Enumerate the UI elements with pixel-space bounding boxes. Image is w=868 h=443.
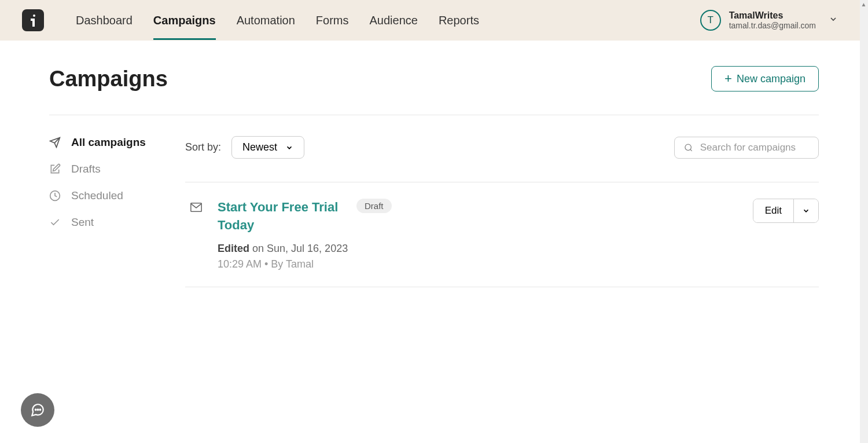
sidebar-item-scheduled[interactable]: Scheduled — [49, 189, 185, 202]
sort-select[interactable]: Newest — [231, 136, 304, 159]
page-title: Campaigns — [49, 67, 168, 91]
topbar: Dashboard Campaigns Automation Forms Aud… — [0, 0, 868, 41]
sidebar: All campaigns Drafts Scheduled Sent — [49, 136, 185, 287]
avatar: T — [700, 10, 721, 31]
controls-row: Sort by: Newest — [185, 136, 819, 159]
svg-point-0 — [33, 14, 35, 17]
status-badge: Draft — [356, 199, 392, 213]
chevron-down-icon — [285, 144, 293, 152]
send-icon — [49, 137, 61, 148]
plus-icon: + — [724, 72, 732, 85]
meta-line: 10:29 AM • By Tamal — [218, 258, 742, 270]
nav-reports[interactable]: Reports — [439, 1, 479, 40]
campaign-row: Start Your Free Trial Today Draft Edited… — [185, 182, 819, 287]
clock-icon — [49, 190, 61, 202]
svg-point-6 — [38, 409, 39, 411]
nav-forms[interactable]: Forms — [316, 1, 349, 40]
search-icon — [684, 142, 693, 153]
user-name: TamalWrites — [729, 10, 816, 21]
svg-point-2 — [685, 144, 691, 150]
edited-prefix: Edited — [218, 243, 249, 254]
scroll-up-arrow[interactable]: ▲ — [860, 0, 867, 8]
chevron-down-icon — [829, 14, 838, 26]
nav-automation[interactable]: Automation — [237, 1, 295, 40]
nav-campaigns[interactable]: Campaigns — [153, 1, 216, 40]
new-campaign-label: New campaign — [737, 73, 806, 85]
edit-icon — [49, 163, 61, 175]
edited-date: on Sun, Jul 16, 2023 — [252, 243, 348, 254]
search-input[interactable] — [700, 142, 809, 153]
sidebar-item-label: Drafts — [71, 163, 101, 175]
sidebar-item-all-campaigns[interactable]: All campaigns — [49, 136, 185, 149]
sort-label: Sort by: — [185, 141, 221, 153]
nav-dashboard[interactable]: Dashboard — [76, 1, 133, 40]
edit-button[interactable]: Edit — [753, 199, 793, 222]
user-menu[interactable]: T TamalWrites tamal.tr.das@gmail.com — [700, 10, 838, 31]
svg-point-5 — [35, 409, 36, 411]
edit-button-group: Edit — [753, 199, 819, 223]
campaign-title-link[interactable]: Start Your Free Trial Today — [218, 199, 345, 235]
chat-fab[interactable] — [21, 393, 54, 427]
sort-value: Newest — [242, 141, 277, 153]
sidebar-item-label: All campaigns — [71, 136, 146, 149]
user-text: TamalWrites tamal.tr.das@gmail.com — [729, 10, 816, 31]
app-logo[interactable] — [22, 9, 44, 31]
user-email: tamal.tr.das@gmail.com — [729, 21, 816, 31]
svg-line-3 — [690, 149, 692, 151]
edit-dropdown-button[interactable] — [793, 199, 818, 222]
sidebar-item-label: Scheduled — [71, 189, 123, 202]
check-icon — [49, 217, 61, 228]
sidebar-item-drafts[interactable]: Drafts — [49, 163, 185, 175]
edited-line: Edited on Sun, Jul 16, 2023 — [218, 243, 742, 255]
new-campaign-button[interactable]: + New campaign — [711, 66, 819, 91]
chevron-down-icon — [802, 207, 810, 215]
campaign-list: Start Your Free Trial Today Draft Edited… — [185, 182, 819, 287]
main-nav: Dashboard Campaigns Automation Forms Aud… — [76, 1, 700, 40]
sidebar-item-label: Sent — [71, 216, 94, 229]
svg-point-7 — [39, 409, 41, 411]
nav-audience[interactable]: Audience — [370, 1, 418, 40]
scrollbar[interactable]: ▲ — [860, 0, 868, 443]
mail-icon — [185, 199, 207, 270]
search-field[interactable] — [674, 137, 819, 159]
page-header: Campaigns + New campaign — [49, 66, 819, 115]
sidebar-item-sent[interactable]: Sent — [49, 216, 185, 229]
